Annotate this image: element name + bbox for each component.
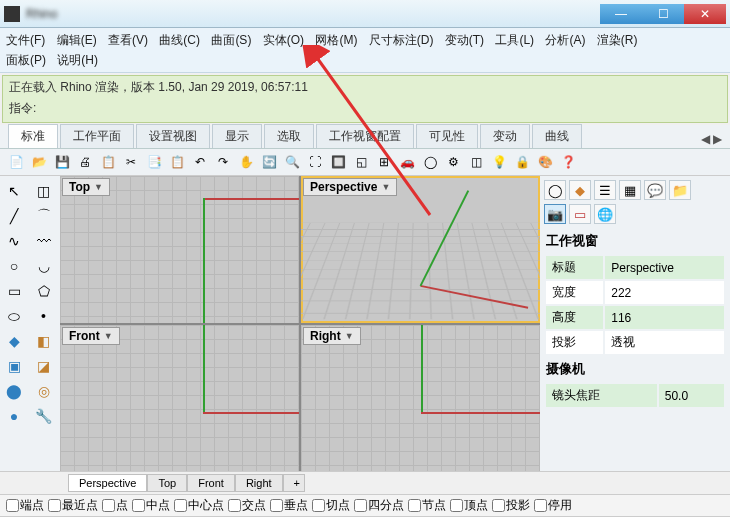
osnap-perp[interactable]: 垂点 [270,497,308,514]
menu-solid[interactable]: 实体(O) [263,30,304,50]
tab-select[interactable]: 选取 [264,124,314,148]
osnap-cen[interactable]: 中心点 [174,497,224,514]
vtab-perspective[interactable]: Perspective [68,474,147,492]
options-icon[interactable]: ⚙ [443,152,463,172]
cylinder-icon[interactable]: ⬤ [2,380,26,402]
viewport-front[interactable]: Front▼ [60,325,299,472]
vtab-add[interactable]: + [283,474,305,492]
viewport-perspective[interactable]: Perspective▼ [301,176,540,323]
rp-camera-icon[interactable]: 📷 [544,204,566,224]
rp-layers-icon[interactable]: ☰ [594,180,616,200]
surface-icon[interactable]: ◆ [2,330,26,352]
print-icon[interactable]: 🖨 [75,152,95,172]
solid-ext-icon[interactable]: ◧ [32,330,56,352]
menu-tools[interactable]: 工具(L) [495,30,534,50]
pointer-icon[interactable]: ↖ [2,180,26,202]
zoom-icon[interactable]: 🔍 [282,152,302,172]
menu-panels[interactable]: 面板(P) [6,50,46,70]
rp-folder-icon[interactable]: 📁 [669,180,691,200]
tab-transform[interactable]: 变动 [480,124,530,148]
cut-icon[interactable]: ✂ [121,152,141,172]
light-icon[interactable]: 💡 [489,152,509,172]
solid-icon[interactable]: ◪ [32,355,56,377]
menu-mesh[interactable]: 网格(M) [315,30,357,50]
menu-file[interactable]: 文件(F) [6,30,45,50]
undo-icon[interactable]: ↶ [190,152,210,172]
polygon-icon[interactable]: ⬠ [32,280,56,302]
save-icon[interactable]: 💾 [52,152,72,172]
command-input[interactable] [42,100,721,117]
copy-icon[interactable]: 📑 [144,152,164,172]
osnap-int[interactable]: 交点 [228,497,266,514]
osnap-vertex[interactable]: 顶点 [450,497,488,514]
lasso-icon[interactable]: ◫ [32,180,56,202]
tab-setview[interactable]: 设置视图 [136,124,210,148]
four-view-icon[interactable]: ⊞ [374,152,394,172]
minimize-button[interactable]: — [600,4,642,24]
circle-tool-icon[interactable]: ○ [2,255,26,277]
wrench-icon[interactable]: 🔧 [32,405,56,427]
menu-surface[interactable]: 曲面(S) [211,30,251,50]
pan-icon[interactable]: ✋ [236,152,256,172]
point-icon[interactable]: • [32,305,56,327]
viewport-right[interactable]: Right▼ [301,325,540,472]
menu-curve[interactable]: 曲线(C) [159,30,200,50]
paste-icon[interactable]: 📋 [167,152,187,172]
prop-title-value[interactable]: Perspective [605,256,724,279]
line-icon[interactable]: ╱ [2,205,26,227]
viewport-perspective-label[interactable]: Perspective▼ [303,178,397,196]
osnap-project[interactable]: 投影 [492,497,530,514]
prop-height-value[interactable]: 116 [605,306,724,329]
zoom-window-icon[interactable]: 🔲 [328,152,348,172]
tab-cplane[interactable]: 工作平面 [60,124,134,148]
viewport-right-label[interactable]: Right▼ [303,327,361,345]
menu-transform[interactable]: 变动(T) [445,30,484,50]
menu-edit[interactable]: 编辑(E) [57,30,97,50]
curve-icon[interactable]: ∿ [2,230,26,252]
osnap-mid[interactable]: 中点 [132,497,170,514]
osnap-knot[interactable]: 节点 [408,497,446,514]
viewport-front-label[interactable]: Front▼ [62,327,120,345]
osnap-tan[interactable]: 切点 [312,497,350,514]
doc-icon[interactable]: 📋 [98,152,118,172]
prop-projection-value[interactable]: 透视 [605,331,724,354]
viewport-top-label[interactable]: Top▼ [62,178,110,196]
arc-icon[interactable]: ◡ [32,255,56,277]
tab-curve[interactable]: 曲线 [532,124,582,148]
close-button[interactable]: ✕ [684,4,726,24]
osnap-point[interactable]: 点 [102,497,128,514]
prop-lens-value[interactable]: 50.0 [659,384,724,407]
vtab-right[interactable]: Right [235,474,283,492]
menu-view[interactable]: 查看(V) [108,30,148,50]
vtab-front[interactable]: Front [187,474,235,492]
osnap-quad[interactable]: 四分点 [354,497,404,514]
menu-help[interactable]: 说明(H) [57,50,98,70]
prop-width-value[interactable]: 222 [605,281,724,304]
tab-standard[interactable]: 标准 [8,124,58,148]
vtab-top[interactable]: Top [147,474,187,492]
sphere-icon[interactable]: ● [2,405,26,427]
menu-render[interactable]: 渲染(R) [597,30,638,50]
interp-icon[interactable]: 〰 [32,230,56,252]
tab-viewport-layout[interactable]: 工作视窗配置 [316,124,414,148]
redo-icon[interactable]: ↷ [213,152,233,172]
osnap-end[interactable]: 端点 [6,497,44,514]
osnap-disable[interactable]: 停用 [534,497,572,514]
zoom-extents-icon[interactable]: ⛶ [305,152,325,172]
polyline-icon[interactable]: ⌒ [32,205,56,227]
rect-icon[interactable]: ▭ [2,280,26,302]
osnap-near[interactable]: 最近点 [48,497,98,514]
rp-help-icon[interactable]: 💬 [644,180,666,200]
torus-icon[interactable]: ◎ [32,380,56,402]
new-icon[interactable]: 📄 [6,152,26,172]
rp-display-icon[interactable]: ▦ [619,180,641,200]
rp-material-icon[interactable]: ◆ [569,180,591,200]
box-icon[interactable]: ▣ [2,355,26,377]
render-icon[interactable]: 🎨 [535,152,555,172]
rp-globe-icon[interactable]: 🌐 [594,204,616,224]
lock-icon[interactable]: 🔒 [512,152,532,172]
tab-visibility[interactable]: 可见性 [416,124,478,148]
help-icon[interactable]: ❓ [558,152,578,172]
rotate-icon[interactable]: 🔄 [259,152,279,172]
zoom-selected-icon[interactable]: ◱ [351,152,371,172]
